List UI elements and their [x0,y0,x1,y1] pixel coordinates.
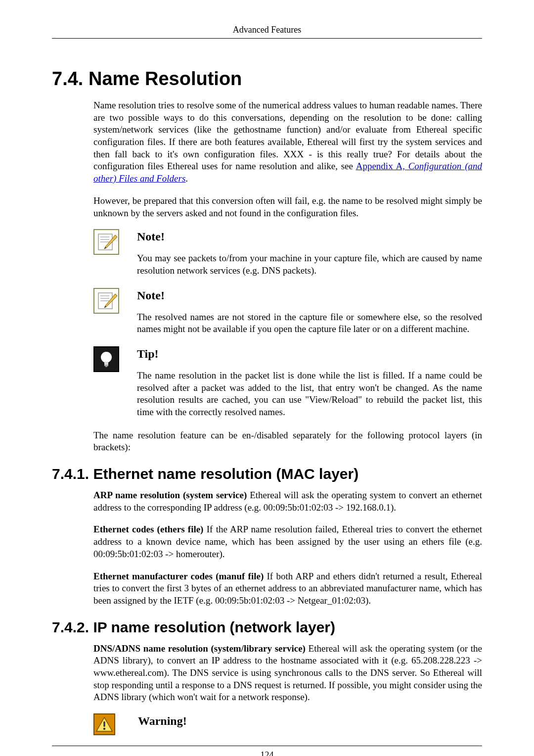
svg-rect-17 [104,365,108,366]
note-icon [93,288,119,314]
warning-icon [93,713,115,735]
header-rule [52,38,482,39]
warning-title: Warning! [138,714,482,728]
svg-point-15 [101,352,112,363]
note-content: Note! You may see packets to/from your m… [137,229,482,277]
subsection-2-body: DNS/ADNS name resolution (system/library… [93,643,482,704]
subsection-1-body: ARP name resolution (system service) Eth… [93,489,482,607]
sub1-p3: Ethernet manufacturer codes (manuf file)… [93,570,482,607]
section-title: 7.4. Name Resolution [52,68,482,90]
subsection-number: 7.4.1. [52,466,89,482]
intro-paragraph-2: However, be prepared that this conversio… [93,195,482,219]
subsection-name: Ethernet name resolution (MAC layer) [93,466,358,482]
section-body: Name resolution tries to resolve some of… [93,99,482,219]
term: Ethernet codes (ethers file) [93,524,203,534]
page: Advanced Features 7.4. Name Resolution N… [0,0,534,756]
note-body: The resolved names are not stored in the… [137,311,482,335]
footer-rule [52,746,482,746]
intro-paragraph-3: The name resolution feature can be en-/d… [93,429,482,454]
sub2-p1: DNS/ADNS name resolution (system/library… [93,643,482,704]
section-number: 7.4. [52,68,83,89]
page-number: 124 [52,750,482,756]
svg-point-22 [103,728,105,730]
intro-paragraph-1: Name resolution tries to resolve some of… [93,99,482,185]
sub1-p2: Ethernet codes (ethers file) If the ARP … [93,523,482,560]
section-name: Name Resolution [89,68,242,89]
tip-title: Tip! [137,347,482,361]
subsection-name: IP name resolution (network layer) [93,619,335,635]
note-icon [93,229,119,255]
note-body: You may see packets to/from your machine… [137,252,482,277]
term: DNS/ADNS name resolution (system/library… [93,643,306,654]
note-admonition-2: Note! The resolved names are not stored … [93,288,482,335]
term: ARP name resolution (system service) [93,490,247,500]
subsection-title-2: 7.4.2. IP name resolution (network layer… [52,619,482,636]
note-title: Note! [137,289,482,302]
note-title: Note! [137,230,482,243]
svg-rect-21 [103,721,105,727]
tip-icon [93,346,119,372]
note-content: Note! The resolved names are not stored … [137,288,482,335]
term: Ethernet manufacturer codes (manuf file) [93,571,264,581]
tip-body: The name resolution in the packet list i… [137,370,482,419]
note-admonition-1: Note! You may see packets to/from your m… [93,229,482,277]
running-head: Advanced Features [52,25,482,35]
tip-content: Tip! The name resolution in the packet l… [137,346,482,419]
svg-rect-18 [105,366,107,367]
text: . [185,173,188,184]
sub1-p1: ARP name resolution (system service) Eth… [93,489,482,514]
svg-rect-16 [104,362,108,365]
subsection-number: 7.4.2. [52,619,89,635]
warning-admonition: Warning! [93,713,482,737]
link-prefix: Appendix A, [356,161,408,171]
page-footer: 124 [52,746,482,756]
warning-content: Warning! [138,713,482,737]
section-body-tail: The name resolution feature can be en-/d… [93,429,482,454]
tip-admonition: Tip! The name resolution in the packet l… [93,346,482,419]
subsection-title-1: 7.4.1. Ethernet name resolution (MAC lay… [52,466,482,482]
